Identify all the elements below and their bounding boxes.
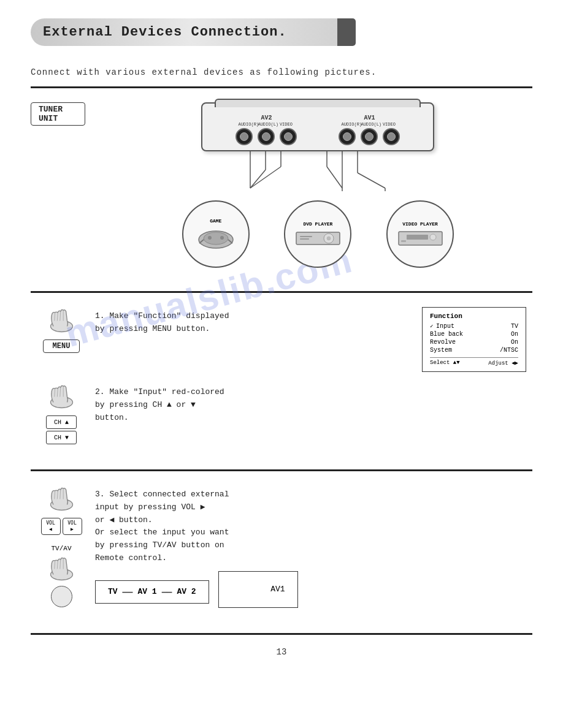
av1-video-label: VIDEO: [380, 122, 397, 127]
function-menu: Function Input TV Blue back On Revolve O…: [422, 307, 526, 372]
svg-point-15: [204, 232, 228, 245]
av2-label: AV2: [261, 115, 272, 121]
intro-text: Connect with various external devices as…: [31, 67, 532, 77]
av1-flow-label: AV 1: [137, 587, 156, 596]
vol-left-button[interactable]: VOL◀: [41, 518, 61, 535]
svg-rect-23: [300, 236, 312, 237]
av2-connector-1: [236, 128, 253, 145]
av2-audio-r-label: AUDIO(R): [238, 122, 255, 127]
hand-icon-step1: [45, 307, 79, 335]
tuner-hw-box: AV2 AUDIO(R) AUDIO(L) VIDEO: [201, 102, 434, 151]
tuner-top: TUNER UNIT AV2 AUDIO(R) AUDIO(L) VIDEO: [31, 102, 532, 274]
av2-flow-label: AV 2: [177, 587, 196, 596]
av1-group: AV1 AUDIO(R) AUDIO(L) VIDEO: [339, 115, 400, 145]
hand-icon-step3b: [45, 555, 79, 583]
av1-display-box: AV1: [218, 571, 298, 608]
av2-connector-labels: AUDIO(R) AUDIO(L) VIDEO: [238, 122, 294, 127]
av1-audio-l-label: AUDIO(L): [361, 122, 378, 127]
step3-content: 3. Select connected external input by pr…: [95, 485, 526, 608]
step3-right-panels: TV —— AV 1 —— AV 2 AV1: [95, 571, 526, 608]
svg-point-17: [220, 236, 224, 240]
av1-label: AV1: [364, 115, 375, 121]
page: manualslib.com External Devices Connecti…: [0, 0, 563, 728]
dvd-icon: [295, 229, 341, 248]
menu-item-input: Input TV: [430, 322, 518, 330]
menu-button[interactable]: MENU: [43, 339, 80, 353]
tuner-section: TUNER UNIT AV2 AUDIO(R) AUDIO(L) VIDEO: [31, 93, 532, 286]
av2-video-label: VIDEO: [277, 122, 294, 127]
vhs-label: VIDEO PLAYER: [402, 221, 438, 227]
step1-text: 1. Make "Function" displayed by pressing…: [95, 307, 413, 336]
divider-mid2: [31, 469, 532, 471]
device-dvd: DVD PLAYER: [284, 200, 351, 268]
av1-connectors: [339, 128, 400, 145]
svg-line-9: [327, 167, 342, 188]
dvd-circle: DVD PLAYER: [284, 200, 351, 268]
hand-icon-step3a: [45, 485, 79, 513]
av1-connector-2: [361, 128, 378, 145]
av-labels: AV2 AUDIO(R) AUDIO(L) VIDEO: [202, 115, 433, 145]
step1-number: 1.: [95, 311, 109, 320]
av1-connector-3: [383, 128, 400, 145]
av-flow-diagram: TV —— AV 1 —— AV 2: [95, 580, 209, 604]
svg-rect-28: [401, 240, 406, 242]
step3-number: 3.: [95, 490, 109, 499]
menu-item-system: System /NTSC: [430, 346, 518, 354]
function-menu-footer: Select ▲▼ Adjust ◀▶: [430, 357, 518, 366]
av1-display-value: AV1: [270, 585, 285, 594]
function-menu-title: Function: [430, 313, 518, 320]
av2-connectors: [236, 128, 297, 145]
arrow2: ——: [162, 587, 172, 597]
header-bar: External Devices Connection.: [31, 18, 350, 46]
hand-icon-step2: [45, 383, 79, 411]
step2-icons: CH ▲ CH ▼: [37, 383, 86, 444]
device-game: GAME: [182, 200, 250, 268]
step3-text: 3. Select connected external input by pr…: [95, 485, 526, 565]
svg-point-16: [208, 236, 212, 240]
menu-item-revolve: Revolve On: [430, 338, 518, 346]
step2-number: 2.: [95, 387, 109, 396]
step2-block: CH ▲ CH ▼ 2. Make "Input" red-colored by…: [37, 383, 526, 444]
divider-mid1: [31, 291, 532, 293]
menu-select-label: Select ▲▼: [430, 360, 460, 366]
svg-rect-26: [407, 235, 428, 240]
page-number: 13: [31, 647, 532, 657]
vhs-icon: [397, 229, 443, 248]
tvav-group: TV/AV: [45, 545, 79, 607]
av2-connector-2: [258, 128, 275, 145]
tv-label: TV: [108, 587, 118, 596]
step2-text: 2. Make "Input" red-colored by pressing …: [95, 383, 526, 424]
step1-block: MENU 1. Make "Function" displayed by pre…: [37, 307, 526, 372]
ch-down-button[interactable]: CH ▼: [46, 431, 77, 444]
steps-section-1-2: MENU 1. Make "Function" displayed by pre…: [31, 298, 532, 464]
av1-connector-1: [339, 128, 356, 145]
tvav-label: TV/AV: [51, 545, 71, 552]
av1-connector-labels: AUDIO(R) AUDIO(L) VIDEO: [341, 122, 397, 127]
device-vhs: VIDEO PLAYER: [386, 200, 454, 268]
page-title: External Devices Connection.: [43, 25, 287, 40]
dvd-label: DVD PLAYER: [303, 221, 332, 227]
game-circle: GAME: [182, 200, 250, 268]
divider-bottom: [31, 633, 532, 635]
vhs-circle: VIDEO PLAYER: [386, 200, 454, 268]
ch-up-button[interactable]: CH ▲: [46, 415, 77, 429]
connection-lines-svg: [195, 151, 440, 194]
svg-line-11: [358, 173, 385, 188]
tvav-circle-button[interactable]: [51, 586, 72, 607]
svg-point-22: [327, 237, 331, 240]
vol-buttons: VOL◀ VOL▶: [41, 518, 82, 535]
svg-point-27: [430, 234, 436, 240]
av2-connector-3: [280, 128, 297, 145]
devices-row: GAME: [164, 194, 471, 274]
arrow1: ——: [123, 587, 133, 597]
menu-item-blueback: Blue back On: [430, 330, 518, 338]
svg-rect-24: [300, 238, 309, 240]
tuner-diagram: AV2 AUDIO(R) AUDIO(L) VIDEO: [104, 102, 532, 274]
game-label: GAME: [210, 218, 221, 224]
step1-icons: MENU: [37, 307, 86, 353]
menu-adjust-label: Adjust ◀▶: [488, 360, 518, 366]
game-icon: [194, 226, 237, 251]
vol-right-button[interactable]: VOL▶: [63, 518, 82, 535]
ch-buttons: CH ▲ CH ▼: [46, 415, 77, 444]
av2-group: AV2 AUDIO(R) AUDIO(L) VIDEO: [236, 115, 297, 145]
